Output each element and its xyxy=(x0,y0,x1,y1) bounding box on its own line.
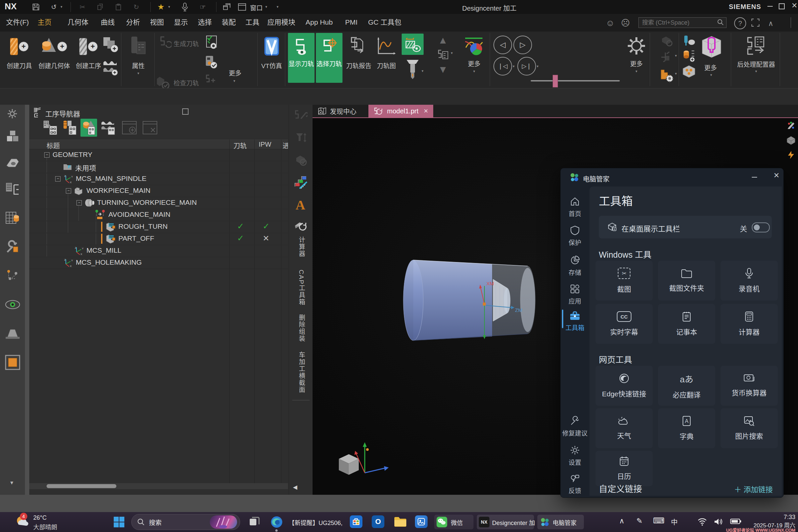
select-toolpath-button[interactable]: 选择刀轨 xyxy=(316,33,342,83)
play-backward-button[interactable]: ◁ xyxy=(493,36,512,54)
operation-list-icon[interactable] xyxy=(436,48,450,61)
collapse-icon[interactable]: − xyxy=(44,152,50,158)
search-highlight-art[interactable] xyxy=(210,515,237,529)
program-order-view-button[interactable] xyxy=(42,119,58,137)
tree-row-avoidance-main[interactable]: AVOIDANCE_MAIN xyxy=(29,209,288,221)
tool-currency-converter[interactable]: 货币换算器 xyxy=(721,366,778,406)
command-search-input[interactable] xyxy=(639,17,726,28)
step-to-start-button[interactable]: ❘◁ xyxy=(493,57,512,75)
ipw-axis-dropdown-icon[interactable]: ▾ xyxy=(675,54,677,58)
properties-button[interactable]: 属性 ▾ xyxy=(125,34,152,75)
repeat-icon[interactable]: ↻ xyxy=(131,2,141,12)
generate-toolpath-icon[interactable] xyxy=(159,35,172,50)
pcm-nav-feedback[interactable]: 反馈 xyxy=(560,474,589,495)
create-geometry-button[interactable]: + 创建几何体 xyxy=(37,34,72,70)
tool-display-dropdown-icon[interactable]: ▾ xyxy=(422,69,424,73)
speed-slider-handle[interactable] xyxy=(553,75,558,88)
tree-row-rough-turn[interactable]: ROUGH_TURN ✓ ✓ xyxy=(29,221,288,233)
sidebar-expand-icon[interactable]: ▼ xyxy=(9,480,14,486)
feature-group-icon[interactable] xyxy=(682,64,696,79)
sidebar-blocks-icon[interactable] xyxy=(5,129,20,144)
create-operation-button[interactable]: + 创建工序 xyxy=(74,34,103,70)
copy-icon[interactable] xyxy=(95,2,106,12)
pcm-nav-repair[interactable]: 修复建议 xyxy=(560,416,589,437)
feature-bore-icon[interactable] xyxy=(698,34,725,60)
sidebar-process-assistant-icon[interactable] xyxy=(5,268,20,284)
ipw-axis-icon[interactable] xyxy=(659,49,674,63)
pcm-minimize-button[interactable] xyxy=(752,177,757,177)
search-icon[interactable] xyxy=(717,19,724,26)
start-button[interactable] xyxy=(113,516,125,528)
sidebar-visibility-icon[interactable] xyxy=(5,297,20,312)
new-window-button[interactable] xyxy=(121,119,138,137)
tool-weather[interactable]: 天气 xyxy=(595,408,653,448)
menu-apphub[interactable]: App Hub xyxy=(306,14,333,32)
navigator-float-button[interactable] xyxy=(182,108,189,115)
edge-window-label[interactable]: 【新提醒】UG2506, xyxy=(289,518,342,527)
2d-dynamic-icon[interactable] xyxy=(402,34,424,55)
battery-icon[interactable] xyxy=(730,518,741,525)
tool-live-captions[interactable]: CC实时字幕 xyxy=(595,304,653,344)
tool-image-search[interactable]: 图片搜索 xyxy=(721,408,778,448)
post-configurator-dropdown-icon[interactable]: ▾ xyxy=(755,69,757,74)
toolpath-report-button[interactable]: 刀轨报告 xyxy=(345,34,373,70)
weather-condition[interactable]: 大部晴朗 xyxy=(33,522,57,531)
list-toolpath-icon[interactable] xyxy=(204,73,218,89)
tree-row-geometry[interactable]: − GEOMETRY xyxy=(29,149,288,161)
feature-more-label[interactable]: 更多 xyxy=(704,63,717,72)
sidebar-part-icon[interactable] xyxy=(5,155,20,171)
menu-home[interactable]: 主页 xyxy=(38,14,52,33)
minimize-ribbon-icon[interactable]: ∧ xyxy=(768,19,773,28)
close-window-button[interactable] xyxy=(141,119,158,137)
menu-pmi[interactable]: PMI xyxy=(345,14,358,32)
paste-icon[interactable] xyxy=(113,2,124,12)
tool-notepad[interactable]: 记事本 xyxy=(658,304,715,344)
tool-bing-translate[interactable]: aあ必应翻译 xyxy=(658,366,715,406)
tool-calculator[interactable]: 计算器 xyxy=(721,304,778,344)
pcm-nav-home[interactable]: 首页 xyxy=(560,196,589,218)
tool-length-icon[interactable] xyxy=(293,131,308,145)
edit-toolpath-icon[interactable] xyxy=(293,109,308,122)
tree-row-unused[interactable]: 未用项 xyxy=(29,161,288,173)
stairs-measure-icon[interactable] xyxy=(293,175,308,190)
tree-row-workpiece-main[interactable]: − WORKPIECE_MAIN xyxy=(29,185,288,197)
edge-browser-button[interactable] xyxy=(270,515,283,529)
sidebar-template-icon[interactable] xyxy=(5,355,20,370)
speed-slider-track[interactable] xyxy=(531,80,620,81)
step-back-dropdown-icon[interactable]: ▾ xyxy=(513,64,515,69)
horizontal-scrollbar-thumb[interactable] xyxy=(46,484,116,488)
tab-model1-prt[interactable]: model1.prt × xyxy=(368,105,433,117)
touch-keyboard-icon[interactable]: ⌨ xyxy=(653,516,665,525)
ime-indicator[interactable]: 中 xyxy=(671,517,678,527)
task-view-button[interactable] xyxy=(249,516,260,527)
cut-icon[interactable]: ✂ xyxy=(77,2,88,12)
tab-close-icon[interactable]: × xyxy=(424,107,428,115)
sidebar-operation-navigator-icon[interactable] xyxy=(5,182,20,197)
tool-edge-links[interactable]: Edge快速链接 xyxy=(595,366,653,406)
touch-mode-icon[interactable]: ☞ xyxy=(197,2,208,12)
strip-label-cap-toolbox[interactable]: CAP工具箱 xyxy=(297,270,306,306)
operation-list-dropdown-icon[interactable]: ▾ xyxy=(451,51,453,55)
menu-display[interactable]: 显示 xyxy=(174,14,188,32)
vt-simulate-button[interactable]: VT仿真 xyxy=(259,34,284,70)
collapse-icon[interactable]: − xyxy=(76,200,82,206)
create-tool-button[interactable]: + 创建刀具 xyxy=(3,34,35,70)
sidebar-fixture-icon[interactable] xyxy=(5,325,20,341)
strip-label-delete-assembly[interactable]: 删除组装 xyxy=(297,314,306,342)
toolbar-toggle-switch[interactable] xyxy=(752,223,770,232)
create-program-button[interactable] xyxy=(102,35,119,55)
pcm-close-button[interactable]: ✕ xyxy=(773,171,779,180)
turning-workpiece-model[interactable]: XM ZM xyxy=(397,247,564,357)
star-dropdown-icon[interactable]: ▾ xyxy=(168,5,170,9)
clamp-refresh-icon[interactable] xyxy=(293,219,308,234)
panel-divider[interactable] xyxy=(25,105,29,495)
window-menu[interactable]: 窗口 xyxy=(250,3,263,12)
menu-gc-toolkit[interactable]: GC 工具包 xyxy=(368,14,401,32)
tool-screenshot-folder[interactable]: 截图文件夹 xyxy=(658,261,715,301)
menu-select[interactable]: 选择 xyxy=(198,14,212,32)
ipw-workpiece-dropdown-icon[interactable]: ▾ xyxy=(675,72,677,76)
collapse-icon[interactable]: − xyxy=(66,188,71,193)
feature-create-icon[interactable] xyxy=(682,48,696,63)
step-to-end-button[interactable]: ▷❘ xyxy=(517,57,536,75)
tray-expand-icon[interactable]: ∧ xyxy=(619,517,624,525)
